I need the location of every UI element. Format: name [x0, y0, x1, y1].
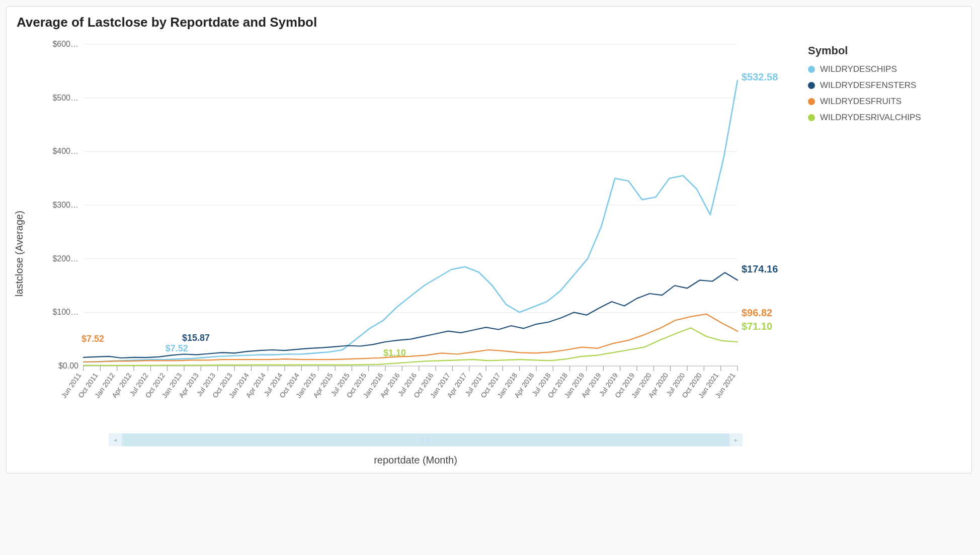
legend-swatch-icon [808, 82, 815, 89]
legend-item-wildrydeschips[interactable]: WILDRYDESCHIPS [808, 64, 949, 74]
legend-swatch-icon [808, 98, 815, 105]
legend-title: Symbol [808, 44, 949, 57]
x-range-scroll-track[interactable]: ◂ ⋮⋮ ▸ [109, 433, 743, 446]
y-axis-tick-label: $0.00 [58, 361, 78, 370]
legend-swatch-icon [808, 66, 815, 73]
data-label: $532.58 [742, 71, 778, 82]
data-label: $7.52 [166, 343, 188, 353]
chart-card: Average of Lastclose by Reportdate and S… [6, 6, 972, 474]
legend-label: WILDRYDESRIVALCHIPS [820, 113, 921, 123]
legend-label: WILDRYDESFRUITS [820, 97, 902, 107]
data-label: $71.10 [742, 321, 772, 332]
x-range-scroll-left[interactable]: ◂ [109, 433, 122, 446]
legend-item-wildrydesfruits[interactable]: WILDRYDESFRUITS [808, 97, 949, 107]
x-range-scroll-area: ◂ ⋮⋮ ▸ [28, 431, 803, 451]
legend-item-wildrydesfensters[interactable]: WILDRYDESFENSTERS [808, 80, 949, 90]
legend-label: WILDRYDESFENSTERS [820, 80, 916, 90]
legend-label: WILDRYDESCHIPS [820, 64, 897, 74]
legend: Symbol WILDRYDESCHIPSWILDRYDESFENSTERSWI… [803, 34, 949, 129]
legend-swatch-icon [808, 114, 815, 121]
y-axis-tick-label: $300… [52, 201, 78, 209]
data-label: $174.16 [742, 263, 778, 274]
y-axis-tick-label: $100… [52, 308, 78, 316]
series-line-wildrydeschips[interactable] [84, 80, 738, 362]
y-axis-title: lastclose (Average) [11, 153, 28, 354]
chart-body: lastclose (Average) $0.00$100…$200…$300…… [7, 34, 971, 473]
y-axis-tick-label: $600… [52, 40, 78, 48]
data-label: $96.82 [742, 307, 772, 318]
y-axis-tick-label: $500… [52, 94, 78, 102]
x-range-scroll-right[interactable]: ▸ [729, 433, 743, 446]
y-axis-tick-label: $200… [52, 254, 78, 263]
data-label: $1.10 [383, 348, 406, 358]
line-chart[interactable]: $0.00$100…$200…$300…$400…$500…$600…Jun 2… [28, 34, 803, 431]
x-axis-title: reportdate (Month) [28, 451, 803, 473]
data-label: $15.87 [182, 333, 210, 343]
x-range-scroll-grip[interactable]: ⋮⋮ [420, 437, 432, 443]
y-axis-tick-label: $400… [52, 147, 78, 155]
legend-item-wildrydesrivalchips[interactable]: WILDRYDESRIVALCHIPS [808, 113, 949, 123]
plot-and-x: $0.00$100…$200…$300…$400…$500…$600…Jun 2… [28, 34, 803, 473]
plot-column: lastclose (Average) $0.00$100…$200…$300…… [7, 34, 803, 473]
chart-title: Average of Lastclose by Reportdate and S… [7, 7, 971, 34]
data-label: $7.52 [81, 334, 104, 344]
